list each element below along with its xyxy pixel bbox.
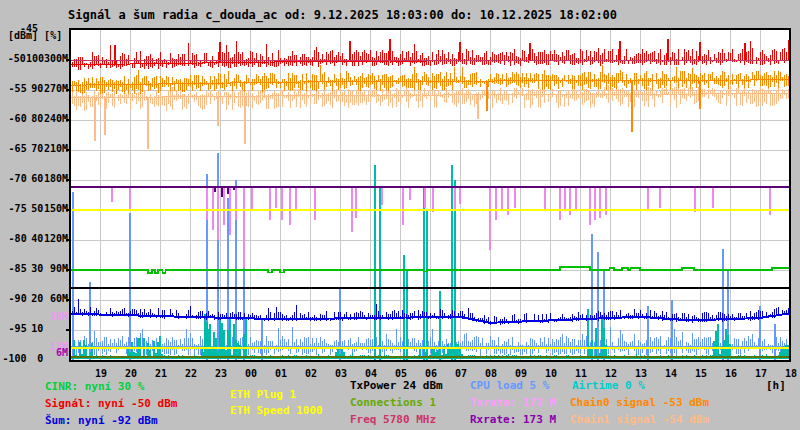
x-axis-tick-label: 14	[660, 369, 682, 379]
x-axis-tick-label: 17	[750, 369, 772, 379]
y-axis-row: -902060M	[0, 294, 68, 304]
y-axis-tick-label: 80	[27, 114, 44, 124]
x-axis-tick-label: 21	[150, 369, 172, 379]
y-axis-row: -50100300M	[0, 54, 68, 64]
y-axis-tick-label: -65	[0, 144, 27, 154]
x-axis-tick-label: 23	[210, 369, 232, 379]
x-axis-tick-label: 20	[120, 369, 142, 379]
radio-signal-graph-window: Signál a šum radia c_douda_ac od: 9.12.2…	[0, 0, 800, 430]
y-axis-row: -6570210M	[0, 144, 68, 154]
legend-item-txrate: Txrate: 173 M	[470, 397, 556, 408]
y-axis-row: -7550150M	[0, 204, 68, 214]
y-axis-tick-label: 270M	[43, 84, 68, 94]
x-axis-tick-label: 09	[510, 369, 532, 379]
y-axis-tick-label: -60	[0, 114, 27, 124]
legend-item-cpu-load: CPU load 5 %	[470, 380, 549, 391]
y-axis-tick-label: 20	[27, 294, 44, 304]
y-axis-tick-label: 100	[26, 54, 44, 64]
x-axis-tick-label: 19	[90, 369, 112, 379]
legend-item-connections: Connections 1	[350, 397, 436, 408]
x-axis-tick-label: 18	[780, 369, 800, 379]
x-axis-tick-label: 05	[390, 369, 412, 379]
x-axis-tick-label: 07	[450, 369, 472, 379]
x-axis-tick-label: 10	[540, 369, 562, 379]
y-axis-tick-label: 300M	[44, 54, 68, 64]
y-axis-tick-label: -100	[0, 354, 27, 364]
x-axis-tick-label: 06	[420, 369, 442, 379]
y-axis-tick-label: 10	[27, 324, 44, 334]
y-axis-tick-label: -95	[0, 324, 27, 334]
y-axis-tick-label: 70	[27, 144, 44, 154]
legend-item-cinr: CINR: nyní 30 %	[45, 381, 144, 392]
y-axis-tick-label: 50	[27, 204, 44, 214]
y-axis-tick-label: 120M	[43, 234, 68, 244]
x-axis-tick-label: 16	[720, 369, 742, 379]
y-axis-row: -9510	[0, 324, 68, 334]
x-axis-tick-label: 02	[300, 369, 322, 379]
y-axis-tick-label: 90M	[43, 264, 68, 274]
y-axis-tick-label: -55	[0, 84, 27, 94]
y-axis-top-tick-label: -45	[20, 24, 38, 34]
legend-item-freq: Freq 5780 MHz	[350, 414, 436, 425]
y-axis-tick-label	[43, 324, 68, 334]
x-axis-tick-label: 04	[360, 369, 382, 379]
y-axis-row: -8040120M	[0, 234, 68, 244]
legend-item-chain0: Chain0 signal -53 dBm	[570, 397, 709, 408]
x-axis-unit-label: [h]	[766, 380, 786, 391]
page-title: Signál a šum radia c_douda_ac od: 9.12.2…	[68, 9, 617, 21]
y-axis-tick-label: 240M	[43, 114, 68, 124]
legend-item-rxrate: Rxrate: 173 M	[470, 414, 556, 425]
y-axis-row: -5590270M	[0, 84, 68, 94]
rate-marker-label: 6M	[38, 348, 68, 358]
y-axis-tick-label: -80	[0, 234, 27, 244]
y-axis-row: -7060180M	[0, 174, 68, 184]
y-axis-tick-label: -90	[0, 294, 27, 304]
x-axis-tick-label: 01	[270, 369, 292, 379]
x-axis-tick-label: 11	[570, 369, 592, 379]
rate-marker-label: 39M	[38, 312, 68, 322]
legend-item-eth-plug: ETH Plug 1	[230, 389, 296, 400]
x-axis-tick-label: 08	[480, 369, 502, 379]
legend-item-chain1: Chain1 signal -54 dBm	[570, 414, 709, 425]
y-axis-tick-label: 30	[27, 264, 44, 274]
y-axis-tick-label: -50	[0, 54, 26, 64]
y-axis-tick-label: 60M	[43, 294, 68, 304]
legend-item-airtime: Airtime 0 %	[572, 380, 645, 391]
x-axis-tick-label: 15	[690, 369, 712, 379]
y-axis-tick-label: 40	[27, 234, 44, 244]
y-axis-tick-label: 180M	[43, 174, 68, 184]
signal-noise-chart	[0, 0, 800, 430]
x-axis-tick-label: 03	[330, 369, 352, 379]
legend-item-txpower: TxPower 24 dBm	[350, 380, 443, 391]
y-axis-tick-label: -75	[0, 204, 27, 214]
legend-item-signal: Signál: nyní -50 dBm	[45, 398, 177, 409]
x-axis-tick-label: 12	[600, 369, 622, 379]
y-axis-tick-label: 90	[27, 84, 44, 94]
x-axis-tick-label: 00	[240, 369, 262, 379]
legend-item-eth-speed: ETH Speed 1000	[230, 405, 323, 416]
y-axis-tick-label: -85	[0, 264, 27, 274]
x-axis-tick-label: 22	[180, 369, 202, 379]
y-axis-tick-label: 210M	[43, 144, 68, 154]
y-axis-tick-label: 150M	[43, 204, 68, 214]
legend-item-noise: Šum: nyní -92 dBm	[45, 415, 158, 426]
y-axis-tick-label: 60	[27, 174, 44, 184]
y-axis-tick-label: -70	[0, 174, 27, 184]
y-axis-row: -853090M	[0, 264, 68, 274]
y-axis-row: -6080240M	[0, 114, 68, 124]
x-axis-tick-label: 13	[630, 369, 652, 379]
